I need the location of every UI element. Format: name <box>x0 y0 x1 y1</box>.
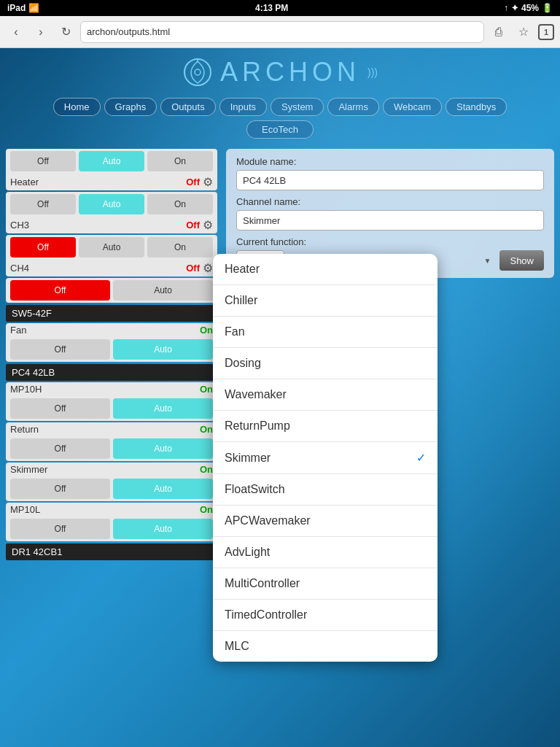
skimmer-controls: Off Auto <box>6 476 217 501</box>
ch4-label-row: CH4 Off ⚙ <box>6 260 217 276</box>
dr1-label: DR1 42CB1 <box>12 546 62 557</box>
dropdown-item-returnpump[interactable]: ReturnPump <box>213 411 438 442</box>
dropdown-item-heater[interactable]: Heater <box>213 254 438 285</box>
mp10h-label-row: MP10H On <box>6 382 217 396</box>
return-label-row: Return On <box>6 422 217 436</box>
return-controls: Off Auto <box>6 436 217 461</box>
mp10h-off-btn[interactable]: Off <box>10 398 110 419</box>
channel-ch4b: Off Auto <box>6 278 217 303</box>
nav-alarms[interactable]: Alarms <box>327 98 378 116</box>
dropdown-item-floatswitch[interactable]: FloatSwitch <box>213 474 438 506</box>
dropdown-mlc-label: MLC <box>225 640 249 653</box>
fan-auto-btn[interactable]: Auto <box>113 339 213 360</box>
dropdown-item-fan[interactable]: Fan <box>213 317 438 348</box>
nav-inputs[interactable]: Inputs <box>219 98 267 116</box>
channel-return: Return On Off Auto <box>6 422 217 461</box>
dropdown-item-apcwavemaker[interactable]: APCWavemaker <box>213 506 438 537</box>
module-name-label: Module name: <box>236 156 544 167</box>
skimmer-label-row: Skimmer On <box>6 462 217 476</box>
url-bar[interactable]: archon/outputs.html <box>80 21 484 43</box>
module-name-input[interactable] <box>236 170 544 190</box>
dropdown-fan-label: Fan <box>225 325 245 338</box>
nav-graphs[interactable]: Graphs <box>104 98 158 116</box>
dropdown-dosing-label: Dosing <box>225 357 261 370</box>
heater-controls: Off Auto On <box>6 149 217 174</box>
tab-count[interactable]: 1 <box>538 24 554 40</box>
mp10l-off-btn[interactable]: Off <box>10 519 110 539</box>
dropdown-item-timedcontroller[interactable]: TimedController <box>213 600 438 631</box>
heater-status: Off <box>186 177 200 187</box>
dropdown-floatswitch-label: FloatSwitch <box>225 483 285 496</box>
wifi-icon: 📶 <box>28 3 39 13</box>
nav-home[interactable]: Home <box>53 98 101 116</box>
dropdown-item-advlight[interactable]: AdvLight <box>213 537 438 568</box>
dropdown-item-multicontroller[interactable]: MultiController <box>213 568 438 600</box>
channel-name-input[interactable] <box>236 210 544 231</box>
nav-system[interactable]: System <box>271 98 324 116</box>
channel-skimmer: Skimmer On Off Auto <box>6 462 217 501</box>
ch4b-off-btn[interactable]: Off <box>10 280 110 301</box>
heater-auto-btn[interactable]: Auto <box>79 151 144 171</box>
dropdown-apcwavemaker-label: APCWavemaker <box>225 514 311 527</box>
dropdown-item-chiller[interactable]: Chiller <box>213 285 438 317</box>
ch4b-controls: Off Auto <box>6 278 217 303</box>
ocean-background: ARCHON ))) Home Graphs Outputs Inputs Sy… <box>0 48 560 747</box>
return-auto-btn[interactable]: Auto <box>113 438 213 459</box>
logo-area: ARCHON ))) <box>0 48 560 93</box>
ch3-gear-icon[interactable]: ⚙ <box>203 218 213 232</box>
bluetooth-icon: ✦ <box>511 3 518 13</box>
dropdown-timedcontroller-label: TimedController <box>225 608 307 622</box>
nav-standbys[interactable]: Standbys <box>446 98 507 116</box>
nav-outputs[interactable]: Outputs <box>160 98 216 116</box>
channel-ch3: Off Auto On CH3 Off ⚙ <box>6 192 217 233</box>
ch4-gear-icon[interactable]: ⚙ <box>203 261 213 275</box>
show-button[interactable]: Show <box>499 250 544 271</box>
ch3-controls: Off Auto On <box>6 192 217 217</box>
share-button[interactable]: ⎙ <box>489 22 509 42</box>
mp10h-auto-btn[interactable]: Auto <box>113 398 213 419</box>
return-off-btn[interactable]: Off <box>10 438 110 459</box>
ch4-on-btn[interactable]: On <box>147 237 213 258</box>
return-name: Return <box>10 424 197 435</box>
mp10l-auto-btn[interactable]: Auto <box>113 519 213 539</box>
dropdown-item-mlc[interactable]: MLC <box>213 631 438 662</box>
ch3-off-btn[interactable]: Off <box>10 194 76 214</box>
carrier-label: iPad <box>7 3 26 13</box>
heater-off-btn[interactable]: Off <box>10 151 76 171</box>
dropdown-item-dosing[interactable]: Dosing <box>213 348 438 379</box>
bookmark-button[interactable]: ☆ <box>513 22 534 42</box>
signal-icon: ↑ <box>504 3 508 13</box>
left-panel: Off Auto On Heater Off ⚙ Off Auto On <box>6 149 217 562</box>
dropdown-item-wavemaker[interactable]: Wavemaker <box>213 379 438 411</box>
fan-status: On <box>200 325 213 336</box>
channel-fan: Fan On Off Auto <box>6 323 217 362</box>
skimmer-auto-btn[interactable]: Auto <box>113 479 213 499</box>
ch3-auto-btn[interactable]: Auto <box>79 194 144 214</box>
sw5-label: SW5-42F <box>12 308 52 319</box>
ch3-on-btn[interactable]: On <box>147 194 213 214</box>
channel-name-label: Channel name: <box>236 196 544 207</box>
refresh-button[interactable]: ↻ <box>55 22 76 42</box>
heater-on-btn[interactable]: On <box>147 151 213 171</box>
fan-name: Fan <box>10 325 197 336</box>
dr1-section-header: DR1 42CB1 <box>6 543 217 560</box>
nav-ecotech[interactable]: EcoTech <box>246 120 314 139</box>
nav-webcam[interactable]: Webcam <box>383 98 442 116</box>
skimmer-off-btn[interactable]: Off <box>10 479 110 499</box>
dropdown-item-skimmer[interactable]: Skimmer ✓ <box>213 442 438 474</box>
mp10l-label-row: MP10L On <box>6 503 217 516</box>
forward-button[interactable]: › <box>31 22 51 42</box>
ch3-status: Off <box>186 220 200 231</box>
heater-gear-icon[interactable]: ⚙ <box>203 175 213 189</box>
back-button[interactable]: ‹ <box>6 22 26 42</box>
ch3-label-row: CH3 Off ⚙ <box>6 217 217 233</box>
ch4-off-btn[interactable]: Off <box>10 237 76 258</box>
mp10l-status: On <box>200 504 213 515</box>
fan-off-btn[interactable]: Off <box>10 339 110 360</box>
heater-label-row: Heater Off ⚙ <box>6 174 217 190</box>
return-status: On <box>200 424 213 435</box>
ch4-auto-btn[interactable]: Auto <box>79 237 144 258</box>
skimmer-status: On <box>200 464 213 475</box>
ch4b-auto-btn[interactable]: Auto <box>113 280 213 301</box>
channel-mp10h: MP10H On Off Auto <box>6 382 217 421</box>
